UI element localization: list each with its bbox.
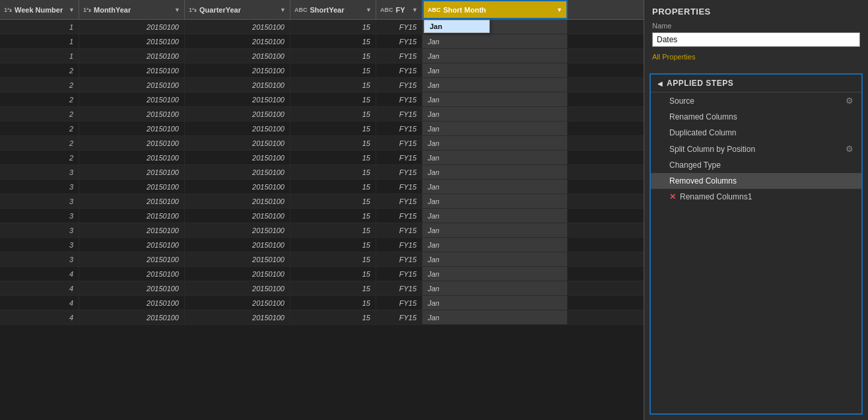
table-row: 3 20150100 20150100 15 FY15 Jan [0,180,644,194]
short-year-dropdown-arrow[interactable]: ▼ [366,7,372,13]
cell-week-2: 1 [0,49,79,63]
cell-shortmonth-7: Jan [422,122,568,135]
table-row: 3 20150100 20150100 15 FY15 Jan [0,165,644,180]
cell-shortmonth-4: Jan [422,78,568,92]
applied-steps-title: APPLIED STEPS [667,79,733,88]
step-gear-icon[interactable]: ⚙ [846,144,853,154]
cell-fy-11: FY15 [376,180,422,193]
col-label-fy: FY [396,6,405,14]
step-label-source: Source [669,96,694,106]
short-month-dropdown-arrow[interactable]: ▼ [556,7,562,13]
step-gear-icon[interactable]: ⚙ [846,96,853,106]
cell-fy-20: FY15 [376,310,422,324]
table-header: 1²₃ Week Number ▼ 1²₃ MonthYear ▼ 1²₃ Qu… [0,0,644,20]
cell-shortmonth-6: Jan [422,107,568,121]
col-header-quarter-year[interactable]: 1²₃ QuarterYear ▼ [185,0,290,19]
cell-monthyear-12: 20150100 [79,194,185,208]
cell-shortmonth-15: Jan [422,238,568,252]
col-header-short-year[interactable]: ABC ShortYear ▼ [290,0,376,19]
cell-week-12: 3 [0,194,79,208]
cell-quarteryear-13: 20150100 [185,209,290,223]
table-row: 3 20150100 20150100 15 FY15 Jan [0,209,644,223]
step-item-renamed-columns-1[interactable]: ✕Renamed Columns1 [651,189,861,205]
table-row: 2 20150100 20150100 15 FY15 Jan [0,78,644,92]
cell-fy-16: FY15 [376,252,422,266]
table-body: 1 20150100 20150100 15 FY15 Jan 1 201501… [0,20,644,420]
cell-quarteryear-9: 20150100 [185,151,290,164]
fy-dropdown-arrow[interactable]: ▼ [412,7,418,13]
cell-fy-17: FY15 [376,267,422,281]
cell-monthyear-8: 20150100 [79,136,185,150]
cell-fy-6: FY15 [376,107,422,121]
applied-steps-section: ◀ APPLIED STEPS Source⚙Renamed ColumnsDu… [650,73,863,415]
step-item-renamed-columns[interactable]: Renamed Columns [651,109,861,125]
cell-shortmonth-8: Jan [422,136,568,150]
cell-shortyear-8: 15 [290,136,376,150]
cell-monthyear-7: 20150100 [79,122,185,135]
cell-quarteryear-17: 20150100 [185,267,290,281]
cell-fy-10: FY15 [376,165,422,179]
step-item-changed-type[interactable]: Changed Type [651,157,861,173]
col-label-quarter-year: QuarterYear [199,6,241,14]
step-item-split-column-position[interactable]: Split Column by Position⚙ [651,141,861,157]
table-row: 2 20150100 20150100 15 FY15 Jan [0,136,644,151]
cell-monthyear-18: 20150100 [79,281,185,295]
name-label: Name [652,22,860,30]
cell-fy-13: FY15 [376,209,422,223]
col-label-month-year: MonthYear [94,6,131,14]
step-item-removed-columns[interactable]: Removed Columns [651,173,861,189]
table-row: 4 20150100 20150100 15 FY15 Jan [0,310,644,325]
short-month-type-icon: ABC [428,7,441,13]
step-label-removed-columns: Removed Columns [669,176,737,186]
cell-week-18: 4 [0,281,79,295]
col-header-month-year[interactable]: 1²₃ MonthYear ▼ [79,0,185,19]
cell-shortyear-7: 15 [290,122,376,135]
step-label-changed-type: Changed Type [669,160,721,170]
cell-fy-15: FY15 [376,238,422,252]
col-header-short-month[interactable]: ABC Short Month ▼ Jan [422,0,568,19]
quarter-year-dropdown-arrow[interactable]: ▼ [280,7,286,13]
table-row: 4 20150100 20150100 15 FY15 Jan [0,281,644,296]
cell-week-15: 3 [0,238,79,252]
cell-monthyear-6: 20150100 [79,107,185,121]
table-row: 3 20150100 20150100 15 FY15 Jan [0,238,644,252]
applied-steps-collapse-arrow[interactable]: ◀ [657,80,663,87]
cell-monthyear-0: 20150100 [79,20,185,34]
cell-shortyear-3: 15 [290,63,376,77]
col-header-week-number[interactable]: 1²₃ Week Number ▼ [0,0,79,19]
cell-quarteryear-8: 20150100 [185,136,290,150]
col-header-fy[interactable]: ABC FY ▼ [376,0,422,19]
step-item-source[interactable]: Source⚙ [651,92,861,109]
cell-quarteryear-10: 20150100 [185,165,290,179]
cell-shortmonth-14: Jan [422,223,568,237]
step-label-renamed-columns: Renamed Columns [669,112,737,122]
cell-fy-2: FY15 [376,49,422,63]
month-year-dropdown-arrow[interactable]: ▼ [174,7,180,13]
cell-fy-5: FY15 [376,92,422,106]
cell-monthyear-19: 20150100 [79,296,185,310]
table-row: 2 20150100 20150100 15 FY15 Jan [0,122,644,136]
table-row: 2 20150100 20150100 15 FY15 Jan [0,107,644,122]
cell-quarteryear-11: 20150100 [185,180,290,193]
step-error-icon: ✕ [669,192,676,201]
cell-shortmonth-12: Jan [422,194,568,208]
short-year-type-icon: ABC [294,7,308,13]
cell-shortmonth-3: Jan [422,63,568,77]
cell-week-3: 2 [0,63,79,77]
dropdown-item-jan[interactable]: Jan [424,20,489,32]
all-properties-link[interactable]: All Properties [652,53,695,61]
cell-week-4: 2 [0,78,79,92]
cell-shortyear-9: 15 [290,151,376,164]
table-row: 4 20150100 20150100 15 FY15 Jan [0,267,644,281]
cell-shortyear-15: 15 [290,238,376,252]
cell-fy-19: FY15 [376,296,422,310]
step-item-duplicated-column[interactable]: Duplicated Column [651,125,861,141]
week-number-type-icon: 1²₃ [4,7,12,13]
table-row: 2 20150100 20150100 15 FY15 Jan [0,63,644,78]
cell-shortyear-11: 15 [290,180,376,193]
cell-shortyear-2: 15 [290,49,376,63]
week-number-dropdown-arrow[interactable]: ▼ [69,7,75,13]
cell-quarteryear-20: 20150100 [185,310,290,324]
name-input[interactable] [652,32,860,47]
cell-shortmonth-2: Jan [422,49,568,63]
